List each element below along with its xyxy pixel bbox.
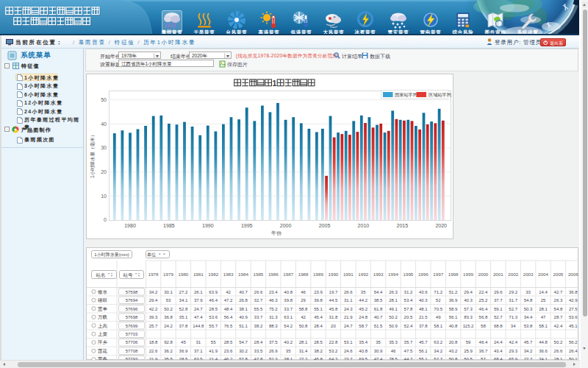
svg-text:37.9: 37.9 xyxy=(194,298,203,302)
svg-text:71.2: 71.2 xyxy=(434,290,442,294)
svg-text:37.8: 37.8 xyxy=(419,324,428,328)
svg-text:42: 42 xyxy=(301,315,306,319)
svg-text:57.3: 57.3 xyxy=(464,307,473,311)
svg-text:37.8: 37.8 xyxy=(179,324,188,328)
svg-text:58.7: 58.7 xyxy=(359,324,368,328)
svg-text:47.5: 47.5 xyxy=(404,349,413,353)
svg-text:24.7: 24.7 xyxy=(344,324,353,328)
svg-text:31.4: 31.4 xyxy=(299,349,308,353)
svg-text:0: 0 xyxy=(104,217,107,222)
svg-text:36.2: 36.2 xyxy=(164,349,173,353)
svg-text:53.1: 53.1 xyxy=(344,340,353,344)
svg-text:1990: 1990 xyxy=(202,223,214,228)
svg-text:42.4: 42.4 xyxy=(554,324,563,328)
svg-text:50: 50 xyxy=(101,97,107,102)
svg-text:29.6: 29.6 xyxy=(494,290,503,294)
svg-text:55.1: 55.1 xyxy=(314,307,323,311)
svg-text:30: 30 xyxy=(101,145,107,150)
svg-text:56.2: 56.2 xyxy=(569,340,578,344)
svg-text:48.1: 48.1 xyxy=(419,307,428,311)
svg-text:26.3: 26.3 xyxy=(554,298,563,302)
svg-text:年份: 年份 xyxy=(271,230,282,236)
svg-text:区域站平均: 区域站平均 xyxy=(429,92,451,98)
svg-text:18.8: 18.8 xyxy=(149,340,158,344)
svg-text:40.7: 40.7 xyxy=(239,290,248,294)
svg-text:2005: 2005 xyxy=(553,272,564,277)
svg-text:1996: 1996 xyxy=(418,272,429,277)
svg-text:萍乡: 萍乡 xyxy=(97,339,108,345)
svg-text:40.2: 40.2 xyxy=(284,340,293,344)
svg-text:44.8: 44.8 xyxy=(539,340,548,344)
svg-text:国家站平均: 国家站平均 xyxy=(395,92,417,98)
svg-text:57696: 57696 xyxy=(126,307,138,311)
svg-text:34.2: 34.2 xyxy=(524,349,533,353)
svg-text:2006: 2006 xyxy=(568,272,578,277)
svg-text:46.3: 46.3 xyxy=(269,298,278,302)
svg-text:57694: 57694 xyxy=(126,298,138,302)
svg-text:1: 1 xyxy=(273,79,277,88)
svg-text:45.2: 45.2 xyxy=(359,307,368,311)
svg-text:22.4: 22.4 xyxy=(479,290,488,294)
svg-text:1990: 1990 xyxy=(329,272,339,277)
svg-text:1小时降水量（毫米）: 1小时降水量（毫米） xyxy=(90,132,96,178)
svg-text:31.7: 31.7 xyxy=(509,298,517,302)
svg-text:1995: 1995 xyxy=(241,223,253,228)
svg-text:39.8: 39.8 xyxy=(314,298,323,302)
svg-text:76.5: 76.5 xyxy=(224,324,233,328)
svg-text:144.8: 144.8 xyxy=(193,324,204,328)
svg-text:44.2: 44.2 xyxy=(359,298,368,302)
svg-text:25.2: 25.2 xyxy=(479,298,488,302)
svg-text:宜丰: 宜丰 xyxy=(98,306,108,311)
svg-text:40.8: 40.8 xyxy=(449,324,458,328)
svg-text:1980: 1980 xyxy=(124,223,136,228)
svg-text:59.1: 59.1 xyxy=(494,307,503,311)
svg-text:75.2: 75.2 xyxy=(269,307,278,311)
svg-text:54.4: 54.4 xyxy=(374,290,383,294)
svg-text:23.6: 23.6 xyxy=(224,349,233,353)
svg-text:28.4: 28.4 xyxy=(254,340,263,344)
svg-text:站号: 站号 xyxy=(123,272,134,278)
svg-text:48.4: 48.4 xyxy=(224,307,233,311)
svg-text:27.2: 27.2 xyxy=(179,290,188,294)
svg-text:54.8: 54.8 xyxy=(524,298,533,302)
svg-text:上栗: 上栗 xyxy=(98,331,108,336)
svg-text:88.3: 88.3 xyxy=(269,324,278,328)
svg-text:45.7: 45.7 xyxy=(524,340,533,344)
svg-text:63.9: 63.9 xyxy=(209,290,218,294)
svg-text:50.3: 50.3 xyxy=(524,307,533,311)
svg-text:2000: 2000 xyxy=(280,223,292,228)
svg-text:1978: 1978 xyxy=(148,272,159,277)
svg-text:61.8: 61.8 xyxy=(374,307,383,311)
svg-text:修水: 修水 xyxy=(98,289,108,294)
svg-text:59: 59 xyxy=(466,340,471,344)
svg-text:2015: 2015 xyxy=(397,223,409,228)
svg-text:55: 55 xyxy=(211,340,216,344)
svg-text:1小时降水量(mm): 1小时降水量(mm) xyxy=(94,252,129,257)
svg-text:39.8: 39.8 xyxy=(284,298,293,302)
svg-text:万载: 万载 xyxy=(98,314,107,319)
svg-text:115.2: 115.2 xyxy=(463,324,474,328)
svg-text:54.2: 54.2 xyxy=(284,324,293,328)
svg-text:24.3: 24.3 xyxy=(344,307,353,311)
svg-text:55.7: 55.7 xyxy=(209,324,218,328)
svg-text:53.6: 53.6 xyxy=(569,315,578,319)
svg-text:92.8: 92.8 xyxy=(164,340,173,344)
svg-text:40.7: 40.7 xyxy=(374,315,383,319)
svg-text:52.8: 52.8 xyxy=(179,307,188,311)
svg-text:40.8: 40.8 xyxy=(359,349,368,353)
svg-text:2000: 2000 xyxy=(478,272,489,277)
svg-text:57598: 57598 xyxy=(126,290,138,294)
svg-text:23.9: 23.9 xyxy=(314,290,323,294)
svg-text:33.5: 33.5 xyxy=(254,349,263,353)
svg-text:29.2: 29.2 xyxy=(509,290,517,294)
svg-text:34.2: 34.2 xyxy=(149,290,158,294)
svg-text:28.1: 28.1 xyxy=(389,298,398,302)
svg-text:1986: 1986 xyxy=(268,272,279,277)
svg-text:1989: 1989 xyxy=(313,272,323,277)
svg-text:1994: 1994 xyxy=(388,272,398,277)
svg-text:57708: 57708 xyxy=(126,349,138,353)
svg-text:33: 33 xyxy=(526,290,531,294)
svg-text:35.4: 35.4 xyxy=(359,340,368,344)
svg-text:38.5: 38.5 xyxy=(374,298,383,302)
svg-text:2004: 2004 xyxy=(538,272,548,277)
